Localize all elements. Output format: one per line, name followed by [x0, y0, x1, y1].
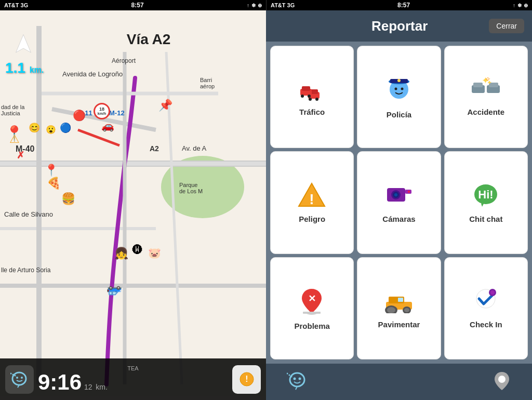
report-item-checkin[interactable]: Check In [444, 257, 528, 359]
accidente-icon: ✦ ✧ ✦ [470, 77, 501, 104]
checkin-icon [472, 287, 500, 317]
svg-point-59 [387, 307, 395, 313]
svg-point-27 [309, 98, 312, 101]
svg-point-49 [408, 191, 410, 193]
svg-point-34 [401, 88, 403, 90]
eta-time: 9:16 [38, 371, 82, 393]
waze-menu-button[interactable] [5, 365, 34, 394]
map-label-av: Av. de A [182, 144, 206, 152]
speed-badge: 18 km/h [94, 103, 110, 119]
alert-icon: ! [239, 371, 255, 387]
waze-icon [10, 370, 29, 389]
svg-rect-24 [302, 86, 310, 91]
chitchat-label: Chit chat [469, 215, 502, 223]
chitchat-icon: Hi! [472, 182, 500, 211]
trafico-icon [298, 77, 326, 104]
warning-icon: ⚠ [9, 132, 20, 146]
eta-distance: 12 km. [84, 378, 108, 393]
report-waze-icon [287, 370, 308, 393]
svg-point-66 [290, 373, 304, 386]
svg-text:✦: ✦ [487, 79, 492, 86]
svg-point-32 [397, 79, 401, 82]
svg-point-18 [10, 372, 12, 374]
eta-distance-value: 12 [84, 383, 92, 391]
map-label-barri: Barriaérop [200, 77, 215, 89]
peligro-icon: ! [298, 182, 326, 211]
map-label-arturo: lle de Arturo Soria [1, 266, 50, 274]
map-char-4: 🐷 [148, 247, 161, 259]
close-button[interactable]: Cerrar [489, 19, 524, 33]
svg-text:!: ! [309, 191, 314, 207]
road-blocked-icon: ✗ [17, 150, 24, 161]
alert-button[interactable]: ! [232, 365, 261, 394]
map-label-m12: M-12 [109, 109, 125, 117]
speed-unit: km/h [98, 112, 106, 115]
map-label-dad: dad de laJusticia [1, 104, 24, 116]
pavimentar-label: Pavimentar [378, 320, 420, 329]
policia-label: Policía [387, 110, 411, 119]
road-name: Vía A2 [36, 31, 261, 48]
car-icon-2: 🚗 [101, 119, 114, 132]
svg-line-8 [78, 130, 119, 145]
left-status-bar: AT&T 3G 8:57 ↑ ❄ ⊕ [0, 0, 266, 10]
left-time: 8:57 [131, 2, 144, 9]
left-carrier: AT&T 3G [4, 2, 28, 8]
svg-point-65 [490, 290, 495, 295]
report-location-pin [493, 370, 511, 393]
problema-label: Problema [294, 322, 329, 330]
report-bottom-bar [266, 364, 532, 400]
speed-value: 18 [99, 107, 104, 112]
distance-display: 1.1 km. [5, 60, 44, 76]
right-time: 8:57 [397, 2, 410, 9]
svg-point-73 [498, 376, 506, 383]
map-panel: 1.1 km. Vía A2 Aéroport Avenida de Logro… [0, 10, 266, 400]
report-item-pavimentar[interactable]: Pavimentar [357, 257, 441, 359]
report-item-chitchat[interactable]: Hi! Chit chat [444, 151, 528, 254]
svg-point-16 [15, 375, 16, 376]
svg-point-70 [291, 376, 292, 378]
report-header: Reportar Cerrar [266, 10, 532, 42]
map-yellow-pin: 📍 [44, 164, 58, 177]
svg-rect-55 [303, 312, 321, 314]
distance-unit: km. [30, 65, 44, 74]
svg-point-26 [308, 95, 311, 98]
svg-text:!: ! [245, 375, 248, 383]
map-label-avenida: Avenida de Logroño [62, 70, 123, 78]
report-item-camaras[interactable]: Cámaras [357, 151, 441, 254]
svg-point-67 [294, 378, 296, 380]
left-status-icons: ↑ ❄ ⊕ [247, 3, 262, 8]
report-item-accidente[interactable]: ✦ ✧ ✦ Accidente [444, 46, 528, 148]
svg-point-72 [287, 373, 288, 375]
report-item-policia[interactable]: Policía [357, 46, 441, 148]
svg-point-13 [16, 377, 18, 379]
map-char-1: 😊 [29, 122, 40, 134]
svg-point-61 [404, 308, 409, 312]
right-status-bar: AT&T 3G 8:57 ↑ ❄ ⊕ [266, 0, 532, 10]
trafico-label: Tráfico [299, 108, 325, 116]
report-item-peligro[interactable]: ! Peligro [270, 151, 354, 254]
svg-point-12 [12, 372, 26, 385]
report-panel: Reportar Cerrar [266, 10, 532, 400]
checkin-label: Check In [470, 320, 502, 329]
yellow-pin: 📌 [158, 99, 172, 112]
report-item-problema[interactable]: ✕ Problema [270, 257, 354, 359]
report-item-trafico[interactable]: Tráfico [270, 46, 354, 148]
svg-point-14 [21, 377, 23, 379]
eta-block: TEA 9:16 12 km. [38, 365, 228, 393]
map-label-a2: A2 [150, 144, 159, 153]
peligro-label: Peligro [299, 215, 325, 223]
svg-rect-62 [398, 298, 403, 302]
problema-icon: ✕ [298, 286, 326, 318]
accidente-label: Accidente [467, 108, 504, 116]
report-grid: Tráfico [266, 42, 532, 364]
svg-point-25 [301, 95, 304, 98]
map-label-aeroport: Aéroport [112, 57, 136, 64]
map-char-girl: 👧 [114, 247, 128, 260]
right-carrier: AT&T 3G [271, 2, 295, 8]
svg-point-17 [12, 374, 14, 375]
camaras-label: Cámaras [382, 215, 415, 223]
eta-distance-unit: km. [96, 383, 108, 391]
navigation-arrow [10, 31, 36, 57]
svg-point-33 [394, 88, 397, 90]
player-car: 🚙 [107, 286, 122, 300]
